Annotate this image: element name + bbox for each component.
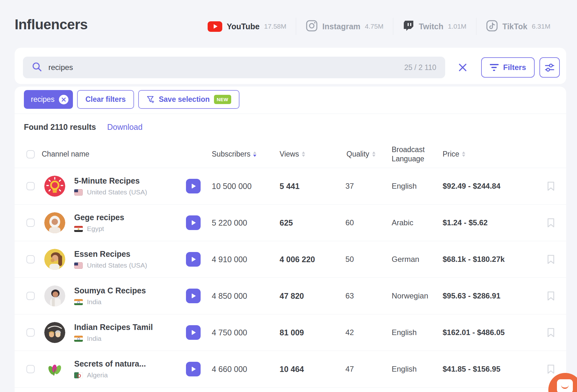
search-bar: 25 / 2 110 (23, 57, 445, 78)
tiktok-icon (486, 20, 498, 33)
row-checkbox[interactable] (26, 182, 35, 190)
country-flag (74, 226, 83, 232)
platform-tab-youtube[interactable]: YouTube 17.58M (198, 21, 296, 32)
price-value: $68.1k - $180.27k (443, 241, 505, 277)
table-row[interactable]: Gege recipes Egypt 5 220 000 625 60 Arab… (15, 205, 566, 241)
table-row[interactable]: Secrets of natura... Algeria 4 660 000 1… (15, 351, 566, 388)
views-value: 625 (280, 205, 293, 241)
country-flag (74, 299, 83, 305)
column-label: Quality (346, 150, 369, 158)
quality-value: 63 (335, 278, 364, 314)
column-header-quality[interactable]: Quality (346, 141, 375, 168)
row-checkbox[interactable] (26, 255, 35, 263)
column-header-views[interactable]: Views (280, 141, 305, 168)
youtube-play-button[interactable] (186, 362, 201, 376)
search-settings-button[interactable] (539, 57, 560, 78)
platform-nav: YouTube 17.58M Instagram 4.75M Twitch 1.… (198, 15, 560, 38)
bookmark-button[interactable] (547, 278, 555, 314)
search-card: 25 / 2 110 Filters (15, 48, 566, 84)
platform-name: YouTube (227, 22, 260, 31)
save-selection-button[interactable]: Save selection NEW (138, 90, 239, 109)
channel-name: Indian Recipes Tamil (74, 323, 153, 332)
youtube-play-button[interactable] (186, 289, 201, 303)
row-checkbox[interactable] (26, 365, 35, 373)
new-badge: NEW (214, 95, 232, 104)
table-row[interactable]: 5-Minute Recipes United States (USA) 10 … (15, 168, 566, 205)
filters-button[interactable]: Filters (481, 57, 535, 78)
views-value: 4 006 220 (280, 241, 315, 277)
platform-tab-tiktok[interactable]: TikTok 6.31M (476, 20, 560, 33)
channel-avatar (44, 176, 65, 197)
youtube-play-button[interactable] (186, 325, 201, 340)
price-value: $92.49 - $244.84 (443, 168, 501, 204)
country-flag (74, 336, 83, 342)
country-flag (74, 262, 83, 269)
youtube-play-button[interactable] (186, 252, 201, 267)
channel-name: Gege recipes (74, 213, 124, 222)
filter-chip-label: recipes (31, 95, 54, 104)
play-icon (192, 184, 196, 189)
platform-name: Twitch (419, 22, 443, 31)
clear-filters-button[interactable]: Clear filters (77, 90, 134, 109)
chat-icon (557, 379, 573, 392)
youtube-icon (208, 21, 222, 32)
filter-chip-recipes[interactable]: recipes (24, 90, 73, 109)
subscribers-value: 4 660 000 (212, 351, 247, 387)
page-title: Influencers (15, 17, 88, 32)
bookmark-button[interactable] (547, 168, 555, 204)
bookmark-icon (547, 291, 555, 301)
clear-search-button[interactable] (452, 57, 473, 78)
column-header-subscribers[interactable]: Subscribers (212, 141, 256, 168)
country-name: United States (USA) (87, 188, 147, 196)
bookmark-icon (547, 364, 555, 374)
play-icon (192, 220, 196, 225)
bookmark-icon (547, 255, 555, 264)
row-checkbox[interactable] (26, 219, 35, 227)
platform-tab-twitch[interactable]: Twitch 1.01M (393, 20, 476, 33)
country-flag (74, 189, 83, 195)
channel-avatar (44, 249, 65, 270)
instagram-icon (306, 20, 318, 33)
views-value: 10 464 (280, 351, 304, 387)
search-input[interactable] (48, 63, 398, 72)
channel-name: Soumya C Recipes (74, 286, 146, 295)
language-value: English (392, 314, 417, 351)
views-value: 81 009 (280, 314, 304, 351)
found-results-text: Found 2110 results (24, 122, 96, 132)
youtube-play-button[interactable] (186, 215, 201, 230)
youtube-play-button[interactable] (186, 179, 201, 193)
column-header-price[interactable]: Price (443, 141, 465, 168)
platform-tab-instagram[interactable]: Instagram 4.75M (296, 20, 393, 33)
column-header-broadcast-language: Broadcast Language (392, 141, 431, 168)
column-label: Broadcast Language (392, 145, 431, 164)
filters-button-label: Filters (503, 63, 526, 72)
sort-icon (253, 151, 256, 157)
table-row[interactable]: Essen Recipes United States (USA) 4 910 … (15, 241, 566, 278)
play-icon (192, 330, 196, 335)
price-value: $1.24 - $5.62 (443, 205, 488, 241)
subscribers-value: 4 850 000 (212, 278, 247, 314)
row-checkbox[interactable] (26, 328, 35, 337)
country-name: India (87, 298, 102, 306)
platform-name: TikTok (502, 22, 527, 31)
table-row-partial (15, 388, 566, 392)
table-row[interactable]: Indian Recipes Tamil India 4 750 000 81 … (15, 314, 566, 351)
remove-chip-button[interactable] (59, 95, 68, 104)
download-link[interactable]: Download (107, 122, 142, 132)
channel-name: Essen Recipes (74, 249, 131, 259)
play-icon (192, 367, 196, 372)
table-row[interactable]: Soumya C Recipes India 4 850 000 47 820 … (15, 278, 566, 314)
bookmark-button[interactable] (547, 205, 555, 241)
channel-avatar (44, 359, 65, 380)
channel-name: Secrets of natura... (74, 359, 146, 368)
bookmark-button[interactable] (547, 314, 555, 351)
close-icon (458, 63, 467, 72)
language-value: Arabic (392, 205, 413, 241)
channel-avatar (44, 285, 65, 306)
country-name: Algeria (87, 371, 108, 379)
table-header: Channel name Subscribers Views Quality B… (15, 141, 566, 168)
select-all-checkbox[interactable] (26, 150, 35, 158)
bookmark-button[interactable] (547, 241, 555, 277)
clear-filters-label: Clear filters (85, 95, 126, 104)
row-checkbox[interactable] (26, 292, 35, 300)
